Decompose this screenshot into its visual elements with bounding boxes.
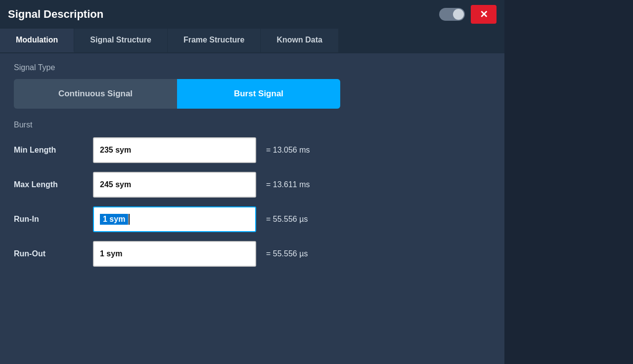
signal-type-label: Signal Type [14,63,491,72]
run-out-input[interactable] [93,241,256,267]
run-out-converted: = 55.556 µs [266,249,308,258]
max-length-label: Max Length [14,180,93,189]
min-length-label: Min Length [14,146,93,155]
max-length-input[interactable] [93,172,256,198]
tab-modulation[interactable]: Modulation [0,29,74,52]
run-in-input-wrapper[interactable]: 1 sym [93,206,256,232]
tab-known-data[interactable]: Known Data [261,29,338,52]
run-in-selected-text: 1 sym [100,214,128,225]
max-length-row: Max Length = 13.611 ms [14,172,491,198]
run-in-converted: = 55.556 µs [266,215,308,224]
max-length-converted: = 13.611 ms [266,180,310,189]
burst-section-label: Burst [14,121,491,129]
tab-frame-structure[interactable]: Frame Structure [168,29,261,52]
run-in-row: Run-In 1 sym = 55.556 µs [14,206,491,232]
tab-signal-structure[interactable]: Signal Structure [74,29,168,52]
dialog-title: Signal Description [8,8,103,21]
run-out-row: Run-Out = 55.556 µs [14,241,491,267]
toggle-switch[interactable] [439,8,465,21]
title-controls: ✕ [439,5,497,24]
continuous-signal-button[interactable]: Continuous Signal [14,79,177,109]
min-length-converted: = 13.056 ms [266,146,310,155]
tabs-bar: Modulation Signal Structure Frame Struct… [0,29,504,53]
title-bar: Signal Description ✕ [0,0,504,29]
signal-description-dialog: Signal Description ✕ Modulation Signal S… [0,0,504,364]
close-button[interactable]: ✕ [471,5,497,24]
run-in-label: Run-In [14,215,93,224]
content-area: Signal Type Continuous Signal Burst Sign… [0,53,504,364]
min-length-input[interactable] [93,137,256,163]
run-out-label: Run-Out [14,249,93,258]
burst-signal-button[interactable]: Burst Signal [177,79,340,109]
signal-type-toggle: Continuous Signal Burst Signal [14,79,340,109]
min-length-row: Min Length = 13.056 ms [14,137,491,163]
run-in-cursor [129,214,130,225]
